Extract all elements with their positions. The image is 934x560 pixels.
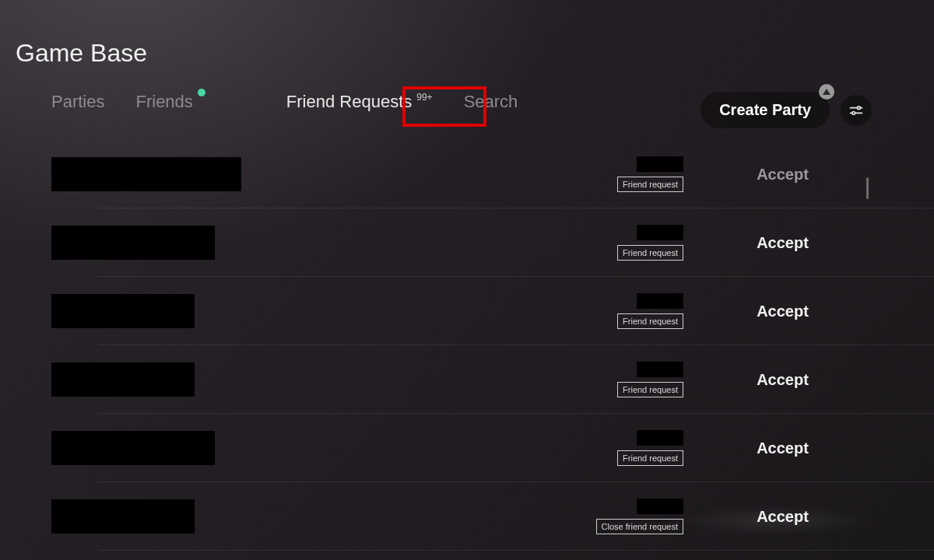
request-meta: Friend request xyxy=(617,345,683,414)
tab-search[interactable]: Search xyxy=(464,92,518,112)
request-type-badge: Friend request xyxy=(617,245,683,261)
accept-column: Accept xyxy=(695,414,870,482)
redacted-timestamp xyxy=(637,156,683,172)
accept-column: Accept xyxy=(695,482,870,551)
svg-point-1 xyxy=(858,106,861,109)
friends-online-dot-icon xyxy=(198,89,205,96)
settings-button[interactable] xyxy=(841,95,872,126)
friend-request-row[interactable]: Friend requestAccept xyxy=(51,345,870,414)
accept-button[interactable]: Accept xyxy=(757,508,809,526)
request-type-badge: Friend request xyxy=(617,177,683,192)
friend-request-row[interactable]: Friend requestAccept xyxy=(51,140,870,208)
accept-button[interactable]: Accept xyxy=(757,166,809,184)
accept-column: Accept xyxy=(695,277,870,345)
redacted-timestamp xyxy=(637,225,683,240)
accept-column: Accept xyxy=(695,345,870,414)
friend-request-list: Friend requestAcceptFriend requestAccept… xyxy=(51,140,870,560)
accept-button[interactable]: Accept xyxy=(757,371,809,389)
tabs-bar: Parties Friends Friend Requests 99+ Sear… xyxy=(51,92,518,112)
tab-friend-requests[interactable]: Friend Requests xyxy=(286,92,412,112)
create-party-label: Create Party xyxy=(719,101,811,118)
sliders-icon xyxy=(848,103,864,118)
tab-friends[interactable]: Friends xyxy=(135,92,192,112)
request-meta: Friend request xyxy=(617,208,683,277)
request-meta: Friend request xyxy=(617,414,683,482)
svg-point-3 xyxy=(852,111,855,114)
redacted-username xyxy=(51,226,215,260)
redacted-timestamp xyxy=(637,430,683,446)
request-type-badge: Friend request xyxy=(617,382,683,397)
accept-button[interactable]: Accept xyxy=(757,303,809,320)
redacted-timestamp xyxy=(637,362,683,377)
request-type-badge: Friend request xyxy=(617,313,683,329)
redacted-username xyxy=(51,431,215,465)
accept-button[interactable]: Accept xyxy=(757,234,809,252)
friend-request-row[interactable]: Friend requestAccept xyxy=(51,208,870,277)
accept-column: Accept xyxy=(695,140,870,208)
accept-column: Accept xyxy=(695,208,870,277)
request-meta: Friend request xyxy=(617,140,683,208)
redacted-timestamp xyxy=(637,293,683,309)
request-type-badge: Friend request xyxy=(617,450,683,466)
redacted-username xyxy=(51,499,195,534)
friend-request-row[interactable]: Friend requestAccept xyxy=(51,414,870,482)
triangle-hint-icon xyxy=(819,84,834,100)
redacted-timestamp xyxy=(637,499,683,514)
right-controls: Create Party xyxy=(700,92,872,128)
accept-button[interactable]: Accept xyxy=(757,439,809,457)
request-type-badge: Close friend request xyxy=(596,519,683,534)
create-party-button[interactable]: Create Party xyxy=(700,92,830,128)
redacted-username xyxy=(51,157,241,191)
redacted-username xyxy=(51,294,195,328)
request-meta: Friend request xyxy=(617,277,683,345)
friend-request-row[interactable]: Close friend requestAccept xyxy=(51,482,870,551)
friend-requests-count: 99+ xyxy=(416,92,432,103)
request-meta: Close friend request xyxy=(596,482,683,551)
tab-parties[interactable]: Parties xyxy=(51,92,104,112)
redacted-username xyxy=(51,362,195,397)
page-title: Game Base xyxy=(16,39,147,68)
friend-request-row[interactable]: Friend requestAccept xyxy=(51,277,870,345)
